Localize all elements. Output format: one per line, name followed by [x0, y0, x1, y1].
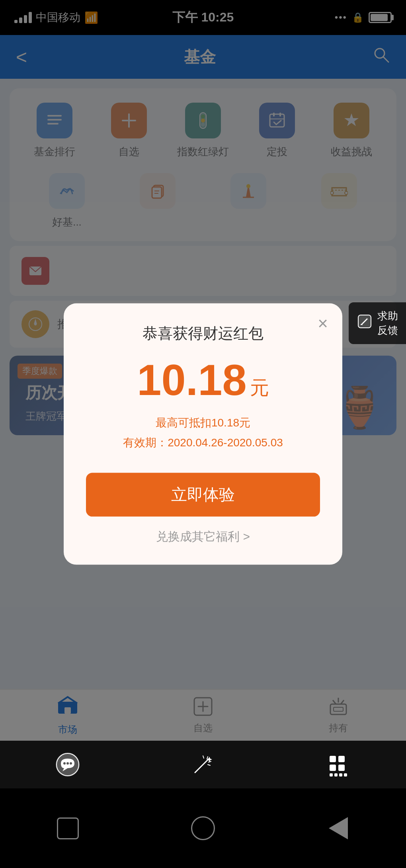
svg-rect-48 — [330, 756, 336, 762]
help-edit-icon — [357, 313, 373, 333]
modal-exchange-link[interactable]: 兑换成其它福利 > — [86, 528, 320, 545]
svg-rect-51 — [338, 765, 345, 771]
svg-rect-49 — [338, 756, 345, 762]
help-line2: 反馈 — [377, 323, 398, 337]
svg-point-41 — [66, 762, 69, 765]
page-wrapper: 中国移动 📶 下午 10:25 ••• 🔒 < 基金 — [0, 0, 406, 868]
svg-line-47 — [208, 765, 210, 765]
reward-modal: × 恭喜获得财运红包 10.18 元 最高可抵扣10.18元 有效期：2020.… — [64, 304, 342, 565]
svg-point-42 — [70, 762, 72, 765]
svg-line-46 — [209, 761, 211, 762]
modal-close-button[interactable]: × — [318, 315, 328, 332]
chat-fab-button[interactable] — [50, 747, 86, 782]
magic-fab-button[interactable] — [185, 747, 221, 782]
modal-amount-display: 10.18 元 — [86, 358, 320, 402]
svg-rect-54 — [339, 773, 342, 777]
grid-fab-button[interactable] — [320, 747, 356, 782]
modal-description: 最高可抵扣10.18元 有效期：2020.04.26-2020.05.03 — [86, 413, 320, 453]
svg-line-45 — [207, 757, 208, 759]
svg-rect-50 — [330, 765, 336, 771]
help-line1: 求助 — [377, 309, 398, 323]
svg-rect-55 — [344, 773, 347, 777]
modal-amount-value: 10.18 — [137, 358, 246, 402]
help-feedback-button[interactable]: 求助 反馈 — [349, 302, 406, 344]
svg-line-44 — [203, 756, 204, 758]
modal-max-discount: 最高可抵扣10.18元 — [86, 413, 320, 433]
svg-rect-52 — [330, 773, 333, 777]
svg-point-40 — [63, 762, 66, 765]
modal-title: 恭喜获得财运红包 — [86, 323, 320, 344]
modal-validity: 有效期：2020.04.26-2020.05.03 — [86, 433, 320, 453]
svg-rect-53 — [334, 773, 338, 777]
floating-action-bar — [0, 741, 406, 788]
modal-action-button[interactable]: 立即体验 — [86, 473, 320, 516]
help-text-block: 求助 反馈 — [377, 309, 398, 338]
modal-amount-unit: 元 — [250, 378, 269, 397]
svg-line-43 — [195, 759, 209, 773]
